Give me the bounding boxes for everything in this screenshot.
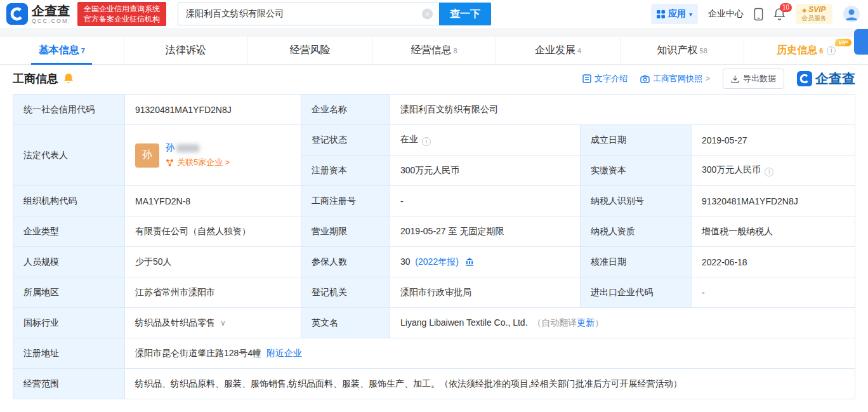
staff-size-label: 人员规模 [13, 247, 125, 277]
qcc-logo[interactable]: 企查查 QCC.COM [6, 3, 70, 25]
export-data-button[interactable]: 导出数据 [723, 69, 784, 89]
tab-history-info[interactable]: 历史信息6 i VIP [744, 37, 868, 64]
section-title: 工商信息 [13, 71, 74, 86]
row-org-code: 组织机构代码 MA1YFD2N-8 工商注册号 - 纳税人识别号 9132048… [13, 186, 855, 216]
tab-basic-info[interactable]: 基本信息7 [0, 37, 124, 64]
nearby-companies-link[interactable]: 附近企业 [266, 348, 302, 358]
header-divider [0, 28, 868, 37]
industry-label: 国标行业 [13, 308, 125, 338]
tab-bar: 基本信息7 法律诉讼 经营风险 经营信息8 企业发展4 知识产权58 历史信息6… [0, 37, 868, 65]
paid-capital-label: 实缴资本 [581, 156, 692, 186]
section-toolbar: 工商信息 文字介绍 工商官网快照 [13, 65, 855, 93]
region-value: 江苏省常州市溧阳市 [125, 277, 301, 308]
paid-capital-info-icon[interactable]: i [765, 168, 773, 176]
text-intro-link[interactable]: 文字介绍 [582, 73, 628, 84]
svip-badge[interactable]: ◆ SVIP 会员服务 [796, 4, 832, 23]
row-scope: 经营范围 纺织品、纺织品原料、服装、服饰销售,纺织品面料、服装、服饰生产、加工。… [13, 369, 855, 399]
business-scope-label: 经营范围 [13, 369, 125, 399]
legal-rep-avatar[interactable]: 孙 [135, 143, 159, 168]
business-term-value: 2019-05-27 至 无固定期限 [390, 216, 581, 247]
floating-side-widget[interactable] [854, 29, 868, 55]
logo-domain: QCC.COM [32, 18, 70, 24]
credit-code-label: 统一社会信用代码 [13, 95, 125, 125]
taxpayer-quality-label: 纳税人资质 [581, 216, 692, 247]
region-label: 所属地区 [13, 277, 125, 308]
row-type: 企业类型 有限责任公司（自然人独资） 营业期限 2019-05-27 至 无固定… [13, 216, 855, 247]
legal-rep-label: 法定代表人 [13, 125, 125, 186]
badge-line1: 全国企业信用查询系统 [84, 4, 160, 14]
website-snapshot-link[interactable]: 工商官网快照 > [640, 73, 710, 84]
approve-date-value: 2022-06-18 [692, 247, 855, 277]
authority-label: 登记机关 [301, 277, 390, 308]
company-name-value: 溧阳利百文纺织有限公司 [390, 95, 855, 125]
reg-status-info-icon[interactable]: i [422, 137, 431, 146]
app-menu-label: 应用 [668, 8, 686, 20]
reg-no-value: - [390, 186, 581, 216]
address-value: 溧阳市昆仑街道肇庄路128号4幢 附近企业 [125, 338, 855, 369]
annual-report-link[interactable]: (2022年报) [415, 256, 458, 267]
legal-rep-name-link[interactable]: 孙 [166, 142, 174, 152]
tab-intellectual-property[interactable]: 知识产权58 [621, 37, 745, 64]
reg-status-value: 在业i [390, 125, 581, 156]
reg-status-label: 登记状态 [301, 125, 390, 156]
user-avatar[interactable] [843, 5, 860, 23]
tab-business-info[interactable]: 经营信息8 [372, 37, 497, 64]
top-header: 企查查 QCC.COM 全国企业信用查询系统 官方备案企业征信机构 × 查一下 … [0, 0, 868, 28]
row-industry: 国标行业 纺织品及针织品零售∨ 英文名 Liyang Libaiwen Text… [13, 308, 855, 338]
credit-system-badge: 全国企业信用查询系统 官方备案企业征信机构 [77, 2, 166, 26]
alert-bell-icon[interactable] [63, 73, 74, 84]
redacted-name [176, 144, 199, 152]
caret-down-icon: ▾ [689, 11, 692, 18]
paid-capital-value: 300万元人民币i [692, 156, 855, 186]
establish-date-value: 2019-05-27 [692, 125, 855, 156]
ie-code-label: 进出口企业代码 [581, 277, 692, 308]
qcc-watermark-icon [797, 71, 812, 86]
legal-rep-cell: 孙 孙 关联5家企业 > [125, 125, 301, 186]
translate-update-link[interactable]: 更新 [577, 317, 595, 328]
company-name-label: 企业名称 [301, 95, 390, 125]
english-name-label: 英文名 [301, 308, 390, 338]
related-companies-link[interactable]: 关联5家企业 > [166, 157, 230, 168]
tab-company-development[interactable]: 企业发展4 [496, 37, 621, 64]
insured-count-value: 30 (2022年报) [390, 247, 581, 277]
document-icon [582, 74, 591, 83]
establish-date-label: 成立日期 [581, 125, 692, 156]
mobile-app-icon[interactable] [754, 8, 763, 21]
search-input[interactable] [178, 3, 439, 25]
relation-graph-icon [166, 159, 174, 167]
row-staff: 人员规模 少于50人 参保人数 30 (2022年报) 核准日期 2022-06… [13, 247, 855, 277]
taxpayer-quality-value: 增值税一般纳税人 [692, 216, 855, 247]
company-type-value: 有限责任公司（自然人独资） [125, 216, 301, 247]
row-address: 注册地址 溧阳市昆仑街道肇庄路128号4幢 附近企业 [13, 338, 855, 369]
svip-sub-label: 会员服务 [801, 15, 827, 22]
reg-no-label: 工商注册号 [301, 186, 390, 216]
clear-search-icon[interactable]: × [422, 9, 433, 20]
svip-label: SVIP [808, 6, 825, 15]
approve-date-label: 核准日期 [581, 247, 692, 277]
insured-count-label: 参保人数 [301, 247, 390, 277]
taxpayer-id-label: 纳税人识别号 [581, 186, 692, 216]
search-button[interactable]: 查一下 [439, 3, 491, 25]
taxpayer-id-value: 91320481MA1YFD2N8J [692, 186, 855, 216]
business-info-table: 统一社会信用代码 91320481MA1YFD2N8J 企业名称 溧阳利百文纺织… [13, 94, 855, 399]
app-menu[interactable]: 应用 ▾ [651, 4, 698, 24]
diamond-icon: ◆ [802, 7, 806, 13]
org-code-value: MA1YFD2N-8 [125, 186, 301, 216]
qcc-watermark: 企查查 [797, 70, 855, 88]
government-building-icon[interactable] [465, 258, 474, 266]
reg-capital-value: 300万元人民币 [390, 156, 581, 186]
ie-code-value: - [692, 277, 855, 308]
tab-business-risk[interactable]: 经营风险 [248, 37, 372, 64]
enterprise-center-link[interactable]: 企业中心 [708, 8, 744, 20]
chevron-right-icon: > [706, 74, 710, 83]
chevron-down-icon[interactable]: ∨ [220, 319, 226, 328]
search-bar: × 查一下 [178, 3, 491, 25]
logo-name: 企查查 [32, 4, 70, 17]
history-info-icon[interactable]: i [827, 46, 836, 55]
tab-legal-litigation[interactable]: 法律诉讼 [124, 37, 249, 64]
reg-capital-label: 注册资本 [301, 156, 390, 186]
address-label: 注册地址 [13, 338, 125, 369]
main-content: 工商信息 文字介绍 工商官网快照 [0, 65, 868, 399]
row-legal-rep: 法定代表人 孙 孙 关联5家企业 > [13, 125, 855, 156]
notification-bell-icon[interactable]: 10 [773, 8, 786, 21]
